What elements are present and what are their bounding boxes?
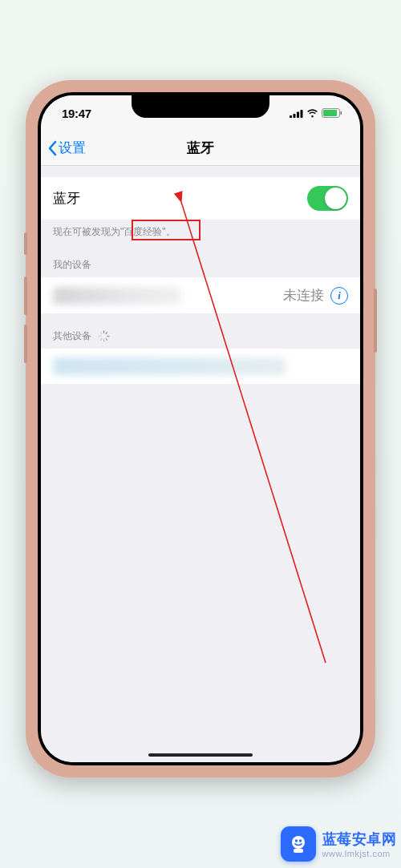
blurred-device-name [53,287,181,305]
volume-up-button [24,277,27,315]
svg-point-17 [292,836,305,849]
watermark-title: 蓝莓安卓网 [322,830,397,849]
spinner-icon [98,330,110,342]
home-indicator[interactable] [148,753,253,757]
watermark: 蓝莓安卓网 www.lmkjst.com [281,826,397,862]
mute-switch [24,232,27,255]
svg-rect-2 [297,111,299,118]
watermark-url: www.lmkjst.com [322,849,397,858]
watermark-icon [281,826,316,862]
svg-rect-1 [294,114,296,118]
other-devices-header: 其他设备 [41,313,360,349]
svg-rect-20 [294,849,303,853]
bluetooth-toggle[interactable] [307,186,348,211]
svg-line-12 [101,339,102,341]
svg-rect-6 [341,111,342,115]
bluetooth-toggle-row[interactable]: 蓝牙 [41,177,360,220]
content-area: 蓝牙 现在可被发现为"百度经验"。 我的设备 未连接 [41,166,360,762]
info-icon[interactable]: i [330,287,348,305]
chevron-left-icon [47,140,57,156]
svg-line-14 [101,333,102,334]
svg-point-18 [294,839,297,842]
svg-line-8 [106,333,107,334]
phone-frame: 19:47 设置 蓝牙 [26,80,375,777]
blurred-other-device [53,357,286,375]
svg-rect-0 [290,115,292,118]
notch [132,95,269,118]
svg-rect-5 [323,110,337,116]
other-device-row[interactable] [41,349,360,384]
cellular-signal-icon [290,109,303,118]
my-devices-header: 我的设备 [41,242,360,277]
page-title: 蓝牙 [187,139,214,157]
svg-point-19 [298,839,301,842]
battery-icon [322,108,342,118]
bluetooth-label: 蓝牙 [53,189,80,208]
svg-line-10 [106,339,107,341]
volume-down-button [24,325,27,363]
back-button[interactable]: 设置 [47,139,86,157]
status-time: 19:47 [62,107,91,120]
screen: 19:47 设置 蓝牙 [41,95,360,762]
wifi-icon [306,109,318,118]
svg-rect-3 [301,110,303,118]
my-device-row[interactable]: 未连接 i [41,277,360,313]
toggle-knob [325,188,346,209]
device-status: 未连接 [283,286,324,305]
back-label: 设置 [59,139,86,157]
discoverable-text: 现在可被发现为"百度经验"。 [41,220,360,242]
navigation-bar: 设置 蓝牙 [41,131,360,166]
power-button [374,289,377,353]
